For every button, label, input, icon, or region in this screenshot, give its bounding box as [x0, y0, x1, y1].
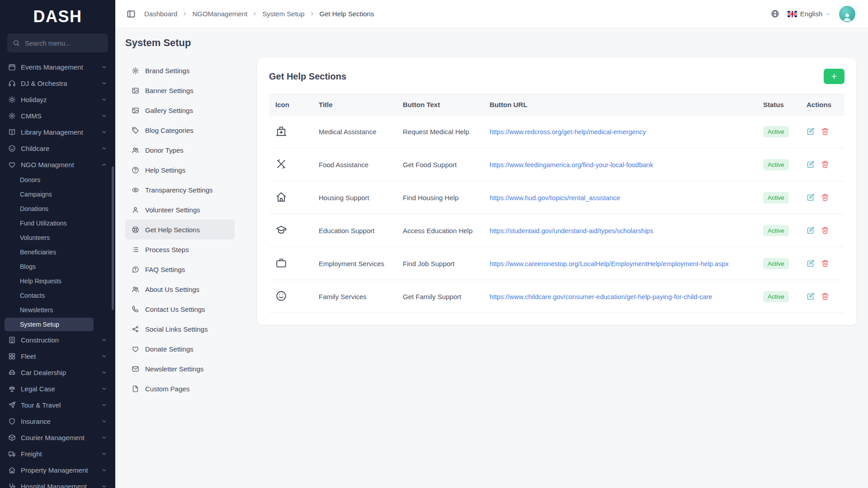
car-icon [8, 369, 16, 376]
settings-item-newsletter-settings[interactable]: Newsletter Settings [125, 359, 235, 379]
column-header-status: Status [757, 94, 800, 115]
settings-item-donate-settings[interactable]: Donate Settings [125, 339, 235, 359]
delete-button[interactable] [821, 292, 829, 300]
sidebar-item-donors[interactable]: Donors [0, 173, 115, 187]
settings-item-brand-settings[interactable]: Brand Settings [125, 61, 235, 80]
settings-item-volunteer-settings[interactable]: Volunteer Settings [125, 200, 235, 220]
button-url-link[interactable]: https://www.careeronestop.org/LocalHelp/… [490, 260, 729, 267]
settings-item-transparency-settings[interactable]: Transparency Settings [125, 180, 235, 200]
settings-item-donor-types[interactable]: Donor Types [125, 140, 235, 160]
settings-item-help-settings[interactable]: Help Settings [125, 160, 235, 180]
sidebar-item-childcare[interactable]: Childcare [0, 140, 115, 156]
sidebar-item-insurance[interactable]: Insurance [0, 413, 115, 429]
sidebar-subitem-label: Volunteers [20, 234, 50, 241]
cell-actions [800, 280, 844, 313]
sidebar-item-donations[interactable]: Donations [0, 202, 115, 216]
graduation-cap-icon [275, 224, 287, 236]
settings-item-contact-us-settings[interactable]: Contact Us Settings [125, 299, 235, 319]
sidebar-item-campaigns[interactable]: Campaigns [0, 187, 115, 202]
breadcrumb-dashboard[interactable]: Dashboard [144, 10, 177, 18]
sidebar-item-label: Holidayz [21, 96, 47, 103]
sidebar-item-courier-management[interactable]: Courier Management [0, 429, 115, 446]
sidebar-item-help-requests[interactable]: Help Requests [0, 274, 115, 288]
sidebar-item-label: Library Management [21, 128, 83, 136]
delete-button[interactable] [821, 127, 829, 136]
edit-button[interactable] [807, 259, 815, 267]
globe-button[interactable] [771, 9, 779, 18]
chevron-right-icon [309, 11, 315, 17]
sidebar-item-contacts[interactable]: Contacts [0, 288, 115, 303]
chevron-down-icon [101, 353, 107, 359]
sidebar-item-construction[interactable]: Construction [0, 332, 115, 348]
settings-item-about-us-settings[interactable]: About Us Settings [125, 279, 235, 299]
edit-button[interactable] [807, 226, 815, 235]
sidebar-item-tour-travel[interactable]: Tour & Travel [0, 397, 115, 413]
button-url-link[interactable]: https://www.hud.gov/topics/rental_assist… [490, 194, 620, 202]
settings-item-process-steps[interactable]: Process Steps [125, 239, 235, 259]
button-url-link[interactable]: https://www.redcross.org/get-help/medica… [490, 128, 646, 136]
button-url-link[interactable]: https://studentaid.gov/understand-aid/ty… [490, 227, 653, 235]
chevron-down-icon [101, 370, 107, 375]
sidebar-item-label: DJ & Orchestra [21, 80, 67, 87]
sidebar-item-fleet[interactable]: Fleet [0, 348, 115, 364]
sidebar-item-freight[interactable]: Freight [0, 446, 115, 462]
breadcrumb-ngomanagement[interactable]: NGOManagement [192, 10, 247, 18]
edit-button[interactable] [807, 193, 815, 202]
delete-button[interactable] [821, 160, 829, 169]
sidebar-item-property-management[interactable]: Property Management [0, 462, 115, 478]
sidebar-item-dj-orchestra[interactable]: DJ & Orchestra [0, 75, 115, 91]
home-icon [275, 191, 287, 203]
settings-item-label: Transparency Settings [145, 186, 213, 194]
sidebar-item-label: Tour & Travel [21, 401, 61, 409]
sidebar-item-newsletters[interactable]: Newsletters [0, 303, 115, 317]
cell-button-text: Get Family Support [396, 280, 483, 313]
delete-button[interactable] [821, 193, 829, 202]
sidebar-item-holidayz[interactable]: Holidayz [0, 91, 115, 108]
settings-item-label: About Us Settings [145, 286, 199, 293]
cell-button-text: Access Education Help [396, 214, 483, 247]
settings-item-gallery-settings[interactable]: Gallery Settings [125, 100, 235, 120]
sidebar-item-events-management[interactable]: Events Management [0, 59, 115, 75]
sidebar-item-blogs[interactable]: Blogs [0, 259, 115, 274]
sidebar-toggle-button[interactable] [125, 8, 137, 20]
app-root: DASH Events Management DJ & Orchestra Ho… [0, 0, 868, 488]
add-section-button[interactable] [824, 69, 844, 84]
delete-button[interactable] [821, 259, 829, 267]
sidebar-item-library-management[interactable]: Library Management [0, 124, 115, 140]
sidebar-item-beneficiaries[interactable]: Beneficiaries [0, 245, 115, 259]
edit-button[interactable] [807, 160, 815, 169]
sidebar-scrollbar[interactable] [112, 166, 114, 310]
sidebar-item-legal-case[interactable]: Legal Case [0, 380, 115, 397]
breadcrumb-system-setup[interactable]: System Setup [262, 10, 304, 18]
sidebar-search[interactable] [7, 33, 108, 52]
avatar[interactable] [839, 6, 855, 22]
delete-button[interactable] [821, 226, 829, 235]
edit-icon [807, 127, 815, 136]
language-selector[interactable]: English [788, 10, 831, 18]
settings-item-blog-categories[interactable]: Blog Categories [125, 120, 235, 140]
cell-actions [800, 214, 844, 247]
settings-item-label: Blog Categories [145, 127, 193, 134]
sidebar-item-car-dealership[interactable]: Car Dealership [0, 364, 115, 380]
button-url-link[interactable]: https://www.feedingamerica.org/find-your… [490, 161, 653, 169]
sidebar-item-cmms[interactable]: CMMS [0, 108, 115, 124]
sidebar-subitem-label: Donors [20, 176, 40, 183]
search-input[interactable] [24, 39, 103, 47]
search-icon [13, 39, 20, 47]
sidebar-item-volunteers[interactable]: Volunteers [0, 230, 115, 245]
edit-button[interactable] [807, 127, 815, 136]
settings-item-faq-settings[interactable]: FAQ Settings [125, 259, 235, 279]
button-url-link[interactable]: https://www.childcare.gov/consumer-educa… [490, 293, 712, 300]
sidebar-item-system-setup[interactable]: System Setup [5, 318, 94, 331]
settings-item-custom-pages[interactable]: Custom Pages [125, 379, 235, 399]
settings-item-banner-settings[interactable]: Banner Settings [125, 80, 235, 100]
settings-item-social-links-settings[interactable]: Social Links Settings [125, 319, 235, 339]
cell-title: Food Assistance [312, 148, 396, 181]
settings-item-get-help-sections[interactable]: Get Help Sections [125, 220, 235, 239]
sidebar-item-fund-utilizations[interactable]: Fund Utilizations [0, 216, 115, 230]
settings-item-label: Donor Types [145, 146, 184, 154]
sun-icon [8, 96, 16, 103]
sidebar-item-ngo-managment[interactable]: NGO Managment [0, 156, 115, 173]
edit-button[interactable] [807, 292, 815, 300]
sidebar-item-hospital-management[interactable]: Hospital Management [0, 478, 115, 488]
